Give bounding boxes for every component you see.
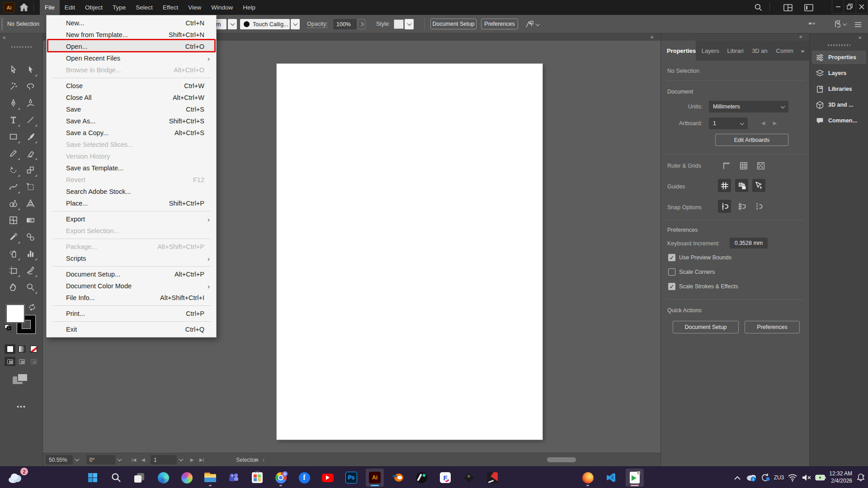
dock-item-libraries[interactable]: Libraries [812,82,866,96]
units-dropdown[interactable]: Millimeters [709,101,788,113]
brush-definition-dropdown[interactable]: Touch Callig... [240,19,290,29]
menubar-item-edit[interactable]: Edit [60,0,80,15]
pencil-tool-icon[interactable] [5,145,22,162]
wifi-icon[interactable] [787,472,798,483]
menu-item-place[interactable]: Place...Shift+Ctrl+P [47,197,216,209]
edit-toolbar-button[interactable]: ••• [0,403,43,410]
menubar-item-file[interactable]: File [40,0,60,15]
rotation-chevron[interactable] [118,455,121,465]
menu-item-document-setup[interactable]: Document Setup...Alt+Ctrl+P [47,268,216,280]
scroll-left-icon[interactable]: ‹ [263,455,264,465]
menubar-item-type[interactable]: Type [108,0,131,15]
status-expand-icon[interactable]: ▶ [255,455,258,465]
taskbar-app-firefox[interactable] [579,469,597,487]
artboard-tool-icon[interactable] [5,262,22,279]
tab-3d-an[interactable]: 3D an [746,41,770,61]
menu-item-document-color-mode[interactable]: Document Color Mode› [47,280,216,292]
line-segment-tool-icon[interactable] [22,112,39,128]
gradient-tool-icon[interactable] [22,212,39,229]
sync-update-icon[interactable] [760,472,771,483]
zoom-level-field[interactable]: 50.55% [46,455,73,465]
pen-tool-icon[interactable] [5,95,22,112]
dock-item-layers[interactable]: Layers [812,66,866,80]
lasso-tool-icon[interactable] [22,78,39,95]
taskbar-app-illustrator[interactable]: Ai [366,469,384,487]
checkbox-use-preview-bounds[interactable]: ✓ [668,254,675,261]
collapse-tools-icon[interactable]: « [3,34,5,41]
taskbar-clock[interactable]: 12:32 AM 2/4/2026 [829,470,852,484]
draw-inside-button[interactable] [28,357,39,366]
taskbar-app-youtube[interactable] [319,469,337,487]
taskbar-app-vscode[interactable] [602,469,620,487]
menu-item-save-a-copy[interactable]: Save a Copy...Alt+Ctrl+S [47,127,216,139]
menu-item-close[interactable]: CloseCtrl+W [47,80,216,92]
opacity-input[interactable]: 100% [333,19,357,29]
rotate-tool-icon[interactable] [5,162,22,178]
tab-librari[interactable]: Librari [722,41,746,61]
menubar-item-select[interactable]: Select [131,0,158,15]
width-tool-icon[interactable] [5,178,22,195]
taskbar-app-teams[interactable]: T [225,469,243,487]
collapse-canvas-icon[interactable]: « [651,34,653,40]
menu-item-new[interactable]: New...Ctrl+N [47,17,216,29]
menubar-item-help[interactable]: Help [238,0,260,15]
menu-item-scripts[interactable]: Scripts› [47,253,216,264]
eyedropper-tool-icon[interactable] [5,229,22,245]
touch-workspace-icon[interactable] [808,21,816,29]
blend-tool-icon[interactable] [22,229,39,245]
style-swatch[interactable] [394,19,404,29]
change-screen-mode-button[interactable] [13,373,28,385]
show-rulers-icon[interactable] [720,159,733,172]
collapse-dock-icon[interactable]: « [859,34,861,41]
checkbox-scale-corners[interactable] [668,268,675,276]
rotation-field[interactable]: 0° [86,455,115,465]
home-icon[interactable] [19,3,29,12]
search-icon[interactable] [754,0,763,15]
menu-item-export[interactable]: Export› [47,213,216,225]
tab-properties[interactable]: Properties [661,41,696,61]
taskbar-app-file-explorer[interactable] [201,469,219,487]
preferences-button[interactable]: Preferences [481,19,518,29]
snap-to-pixel-icon[interactable] [752,200,765,213]
color-button[interactable] [5,344,15,354]
opacity-stepper[interactable] [358,19,365,29]
workspace-switcher-icon[interactable] [783,0,793,15]
gradient-button[interactable] [16,344,27,354]
snap-to-grid-icon[interactable] [735,200,748,213]
stroke-profile-chevron[interactable] [228,19,237,29]
eraser-tool-icon[interactable] [22,145,39,162]
magic-wand-tool-icon[interactable] [5,78,22,95]
dock-item-properties[interactable]: Properties [812,51,866,64]
menu-item-close-all[interactable]: Close AllAlt+Ctrl+W [47,92,216,103]
type-tool-icon[interactable] [5,112,22,128]
notification-bell-icon[interactable]: z [855,472,866,483]
collapse-panel-icon[interactable]: « [799,33,802,40]
minimize-button[interactable] [832,0,844,13]
slice-tool-icon[interactable] [22,262,39,279]
column-graph-tool-icon[interactable] [22,245,39,262]
snap-options-icon[interactable] [833,20,846,28]
taskbar-app-photoshop[interactable]: Ps [342,469,360,487]
checkbox-scale-strokes-effects[interactable]: ✓ [668,283,675,290]
rectangle-tool-icon[interactable] [5,128,22,145]
horizontal-scrollbar-thumb[interactable] [547,457,576,462]
swap-fill-stroke-icon[interactable] [28,304,36,313]
zoom-level-chevron[interactable] [75,455,79,465]
style-chevron[interactable] [405,19,414,29]
draw-behind-button[interactable] [16,357,27,366]
taskbar-app-task-view[interactable] [131,469,149,487]
onedrive-icon[interactable]: i [746,472,757,483]
perspective-grid-tool-icon[interactable] [22,195,39,212]
input-language-indicator[interactable]: ZU3 [774,474,784,481]
close-button[interactable] [856,0,868,13]
menu-item-search-adobe-stock[interactable]: Search Adobe Stock... [47,186,216,197]
free-transform-tool-icon[interactable] [22,178,39,195]
volume-muted-icon[interactable] [801,472,812,483]
artboard[interactable] [277,64,542,440]
tab-layers[interactable]: Layers [696,41,722,61]
artboard-number-field[interactable]: 1 [151,455,177,465]
control-bar-drag-handle[interactable] [1,19,3,30]
previous-artboard-icon[interactable]: ◀ [761,120,765,126]
taskbar-app-blender[interactable] [389,469,407,487]
next-artboard-icon[interactable]: ▶ [773,120,777,126]
